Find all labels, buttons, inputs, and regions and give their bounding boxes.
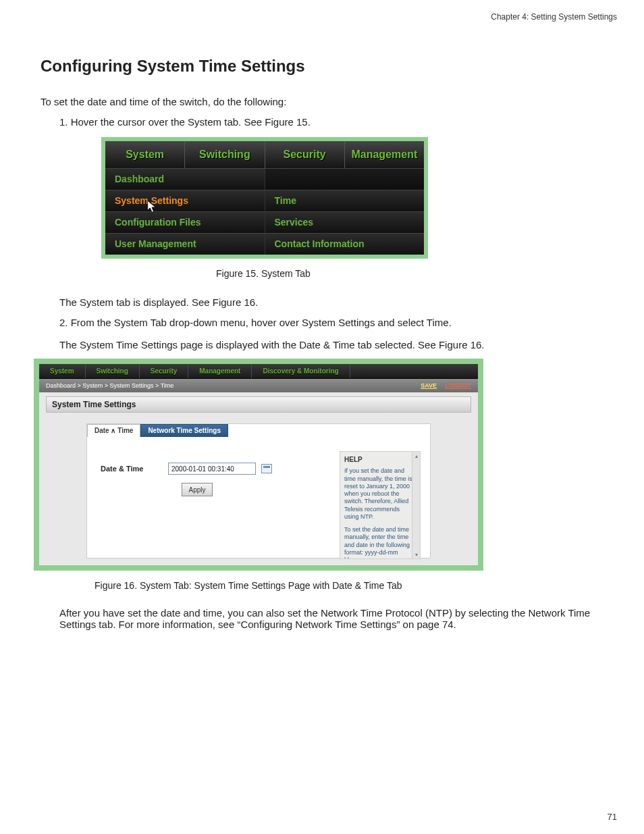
- tab-date-and-time[interactable]: Date ∧ Time: [87, 424, 140, 437]
- nav-empty-cell: [265, 169, 425, 190]
- help-paragraph-1: If you set the date and time manually, t…: [344, 467, 416, 521]
- nav-item-configuration-files[interactable]: Configuration Files: [105, 212, 265, 233]
- s2-tab-system[interactable]: System: [39, 364, 86, 378]
- footnote-paragraph: After you have set the date and time, yo…: [59, 607, 603, 630]
- scroll-down-icon[interactable]: ▾: [412, 550, 421, 558]
- save-link[interactable]: SAVE: [421, 382, 437, 389]
- help-panel: HELP If you set the date and time manual…: [340, 451, 421, 559]
- calendar-icon[interactable]: [261, 464, 272, 473]
- section-title: Configuring System Time Settings: [41, 57, 644, 76]
- nav-tab-security[interactable]: Security: [265, 141, 345, 168]
- procedure-step-1: 1. Hover the cursor over the System tab.…: [59, 116, 603, 128]
- nav-item-contact-information[interactable]: Contact Information: [265, 234, 425, 255]
- pre-figure-16-text: The System Time Settings page is display…: [59, 338, 603, 353]
- figure-15-caption: Figure 15. System Tab: [216, 268, 603, 279]
- date-time-label: Date & Time: [101, 465, 168, 473]
- nav-item-user-management[interactable]: User Management: [105, 234, 265, 255]
- figure-15-nav-screenshot: System Switching Security Management Das…: [101, 137, 428, 259]
- apply-button[interactable]: Apply: [182, 483, 213, 496]
- help-scrollbar[interactable]: ▴ ▾: [412, 452, 420, 558]
- date-time-input[interactable]: [168, 463, 256, 475]
- s2-tab-management[interactable]: Management: [188, 364, 252, 378]
- nav-item-time[interactable]: Time: [265, 190, 425, 211]
- help-paragraph-2: To set the date and time manually, enter…: [344, 526, 416, 559]
- nav-item-dashboard[interactable]: Dashboard: [105, 169, 265, 190]
- figure-16-screenshot: System Switching Security Management Dis…: [34, 359, 483, 571]
- nav-tab-switching[interactable]: Switching: [185, 141, 265, 168]
- chapter-header: Chapter 4: Setting System Settings: [491, 12, 617, 22]
- nav-tab-system[interactable]: System: [105, 141, 185, 168]
- nav-item-services[interactable]: Services: [265, 212, 425, 233]
- s2-tab-switching[interactable]: Switching: [86, 364, 140, 378]
- post-step1-text: The System tab is displayed. See Figure …: [59, 295, 603, 310]
- s2-tab-security[interactable]: Security: [140, 364, 188, 378]
- help-title: HELP: [344, 456, 416, 463]
- s2-tab-discovery[interactable]: Discovery & Monitoring: [252, 364, 350, 378]
- breadcrumb: Dashboard > System > System Settings > T…: [46, 382, 173, 389]
- nav-tab-management[interactable]: Management: [345, 141, 424, 168]
- intro-paragraph: To set the date and time of the switch, …: [41, 95, 603, 109]
- page-number: 71: [608, 812, 617, 822]
- procedure-step-2: 2. From the System Tab drop-down menu, h…: [59, 317, 603, 328]
- figure-16-caption: Figure 16. System Tab: System Time Setti…: [95, 580, 603, 591]
- logout-link[interactable]: LOGOUT: [446, 382, 472, 389]
- nav-item-system-settings[interactable]: System Settings: [105, 190, 265, 211]
- scroll-up-icon[interactable]: ▴: [412, 452, 421, 460]
- tab-network-time-settings[interactable]: Network Time Settings: [140, 424, 228, 437]
- page-title: System Time Settings: [46, 396, 471, 413]
